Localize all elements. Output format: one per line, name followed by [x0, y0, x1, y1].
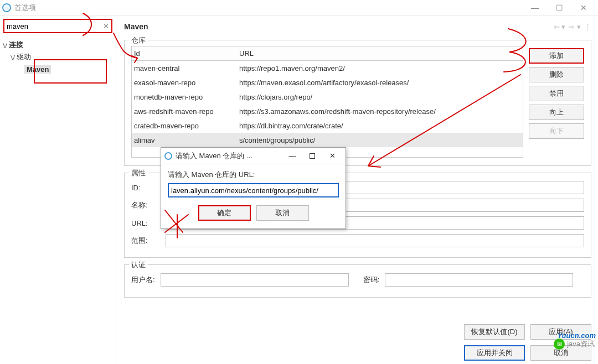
table-header: Id URL	[132, 46, 523, 61]
scope-field[interactable]	[166, 234, 584, 247]
wechat-watermark: ✉ java资讯	[554, 339, 595, 350]
wechat-icon: ✉	[554, 339, 565, 350]
table-row[interactable]: alimavs/content/groups/public/	[132, 133, 523, 147]
delete-button[interactable]: 删除	[529, 67, 584, 82]
twisty-icon[interactable]: ⋁	[1, 42, 9, 48]
table-row[interactable]: maven-centralhttps://repo1.maven.org/mav…	[132, 61, 523, 75]
url-input-dialog: 请输入 Maven 仓库的 ... — ✕ 请输入 Maven 仓库的 URL:…	[161, 147, 346, 229]
app-icon	[2, 3, 11, 12]
left-pane: ✕ ⋁ 连接 ⋁ 驱动 Maven	[0, 15, 116, 364]
password-field[interactable]	[385, 273, 573, 287]
nav-menu-icon[interactable]: ⋮	[584, 23, 591, 31]
move-up-button[interactable]: 向上	[529, 105, 584, 120]
nav-forward-icon[interactable]: ⇨ ▾	[569, 23, 581, 31]
tree-label: Maven	[24, 65, 51, 74]
dialog-cancel-button[interactable]: 取消	[256, 205, 309, 221]
tree-node-driver[interactable]: ⋁ 驱动	[1, 51, 115, 63]
minimize-button[interactable]: —	[523, 1, 547, 14]
properties-legend: 属性	[129, 168, 148, 178]
table-row[interactable]: monetdb-maven-repohttps://clojars.org/re…	[132, 90, 523, 104]
move-down-button: 向下	[529, 123, 584, 139]
nav-back-icon[interactable]: ⇦ ▾	[554, 23, 566, 31]
dialog-prompt: 请输入 Maven 仓库的 URL:	[168, 170, 339, 180]
tree-label: 驱动	[17, 52, 31, 62]
maximize-button[interactable]: ☐	[547, 1, 571, 14]
dialog-close-button[interactable]: ✕	[322, 149, 342, 163]
dialog-url-input[interactable]	[168, 183, 339, 197]
titlebar: 首选项 — ☐ ✕	[0, 0, 598, 15]
nav-icons: ⇦ ▾ ⇨ ▾ ⋮	[554, 23, 591, 31]
username-label: 用户名:	[131, 275, 157, 285]
site-watermark: Yuucn.com	[557, 331, 596, 340]
page-title: Maven	[124, 22, 148, 31]
username-field[interactable]	[161, 273, 349, 287]
search-input[interactable]	[7, 22, 103, 30]
repositories-legend: 仓库	[129, 35, 148, 45]
id-label: ID:	[131, 184, 161, 192]
scope-label: 范围:	[131, 236, 161, 246]
col-header-url: URL	[239, 49, 520, 58]
table-row[interactable]: aws-redshift-maven-repohttps://s3.amazon…	[132, 104, 523, 118]
window-title: 首选项	[14, 3, 36, 13]
repositories-table[interactable]: Id URL maven-centralhttps://repo1.maven.…	[131, 46, 523, 158]
add-button[interactable]: 添加	[529, 48, 584, 64]
app-icon	[164, 152, 172, 160]
tree-node-maven[interactable]: Maven	[1, 63, 115, 75]
credentials-legend: 认证	[129, 260, 148, 270]
watermark-text: java资讯	[567, 339, 595, 349]
name-label: 名称:	[131, 200, 161, 210]
password-label: 密码:	[363, 275, 382, 285]
dialog-titlebar: 请输入 Maven 仓库的 ... — ✕	[161, 148, 346, 164]
search-clear-icon[interactable]: ✕	[103, 22, 109, 30]
search-box: ✕	[3, 19, 112, 33]
apply-and-close-button[interactable]: 应用并关闭	[464, 345, 525, 361]
restore-defaults-button[interactable]: 恢复默认值(D)	[464, 324, 525, 340]
repo-action-buttons: 添加 删除 禁用 向上 向下	[529, 46, 584, 158]
disable-button[interactable]: 禁用	[529, 86, 584, 101]
square-icon	[310, 153, 315, 159]
dialog-title: 请输入 Maven 仓库的 ...	[176, 151, 252, 161]
credentials-group: 认证 用户名: 密码:	[124, 264, 591, 298]
close-button[interactable]: ✕	[571, 1, 596, 14]
dialog-ok-button[interactable]: 确定	[198, 205, 251, 221]
dialog-maximize-button[interactable]	[302, 149, 322, 163]
url-label: URL:	[131, 219, 161, 227]
preferences-tree: ⋁ 连接 ⋁ 驱动 Maven	[0, 37, 116, 77]
twisty-icon[interactable]: ⋁	[9, 54, 17, 60]
table-row[interactable]: exasol-maven-repohttps://maven.exasol.co…	[132, 75, 523, 90]
dialog-minimize-button[interactable]: —	[282, 149, 302, 163]
col-header-id: Id	[134, 49, 239, 58]
tree-label: 连接	[9, 40, 23, 50]
tree-node-connection[interactable]: ⋁ 连接	[1, 39, 115, 51]
table-row[interactable]: cratedb-maven-repohttps://dl.bintray.com…	[132, 118, 523, 133]
